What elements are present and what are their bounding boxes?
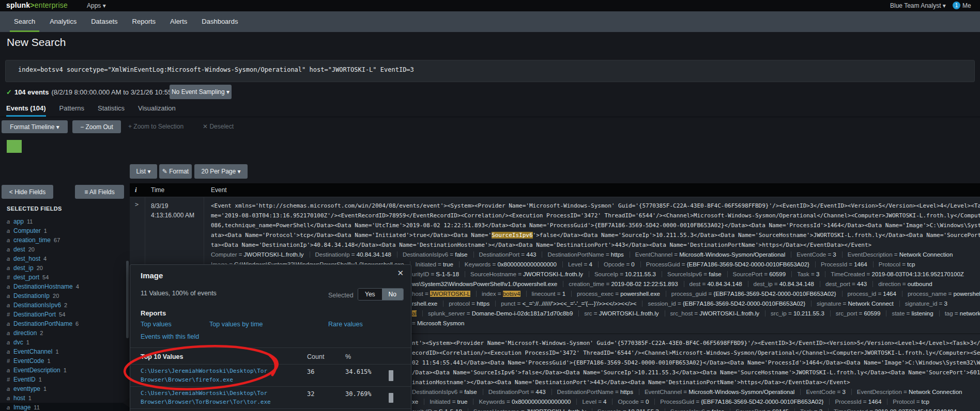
field-count: 20 [37,265,43,271]
field-dest_port[interactable]: #dest_port54 [0,273,130,282]
field-key: ProcessId = [835,399,868,405]
messages-badge[interactable]: 1 [953,2,960,9]
field-value: {EBF7A186-3569-5D42-0000-0010FB653A02} [701,399,823,405]
nav-item-analytics[interactable]: Analytics [42,11,84,32]
field-value: listening [911,310,933,317]
field-name: DestinationPortName [13,320,72,327]
fields-scrollbar[interactable] [126,261,129,338]
list-view-button[interactable]: List ▾ [130,164,157,179]
format-timeline-button[interactable]: Format Timeline ▾ [2,120,68,133]
event-count: 104 events [14,88,49,96]
field-key: creation_time = [569,281,611,287]
apps-menu[interactable]: Apps ▾ [87,2,106,9]
top-value-link[interactable]: C:\Users\JeremiahWortoski\Desktop\TorBro… [141,389,271,406]
messages-menu[interactable]: Me [962,2,980,9]
field-name: host [13,394,25,402]
popup-anchor-arrow [122,398,130,408]
field-pair: process_id = 1464 [842,291,896,297]
all-fields-button[interactable]: ≡ All Fields [75,185,124,199]
tab-statistics[interactable]: Statistics [98,102,125,117]
field-key: DestinationPortName = [547,251,610,258]
top-values-link[interactable]: Top values [141,321,172,328]
field-pair: DestinationPort = 443 [483,389,546,395]
percent-column-header: % [345,353,351,360]
field-pair: DestinationIsIpv6 = false [397,251,468,258]
field-dvc[interactable]: advc1 [0,338,130,347]
field-Computer[interactable]: aComputer1 [0,226,130,235]
field-key: EventDescription = [848,251,899,258]
zoom-out-button[interactable]: − Zoom Out [72,120,121,133]
field-dest[interactable]: adest20 [0,245,130,254]
splunk-logo[interactable]: splunk>enterprise [6,1,68,9]
field-pair: Keywords = 0x8000000000000000 [459,261,557,267]
field-dest_host[interactable]: adest_host4 [0,254,130,263]
field-pair: tag = network [939,310,980,317]
field-EventChannel[interactable]: aEventChannel1 [0,347,130,356]
nav-item-alerts[interactable]: Alerts [163,11,194,32]
field-key: EventCode = [797,251,833,258]
raw-text: <Event xmlns='http://schemas.microsoft.c… [211,202,980,209]
field-key: process_exec = [577,291,620,297]
search-input[interactable]: index=botsv4 sourcetype="XmlWinEventLog:… [5,60,975,82]
field-key: TimeCreated = [834,408,875,411]
field-app[interactable]: aapp11 [0,217,130,226]
field-Image[interactable]: aImage11 [0,403,130,411]
tab-visualization[interactable]: Visualization [138,102,176,117]
field-pair: creation_time = 2019-08-02 12:22:51.893 [563,281,678,287]
field-EventCode[interactable]: #EventCode1 [0,356,130,366]
field-EventDescription[interactable]: aEventDescription1 [0,366,130,375]
user-menu[interactable]: Blue Team Analyst ▾ [890,2,946,9]
field-value: false [712,408,724,411]
nav-item-search[interactable]: Search [7,11,42,32]
field-DestinationIsIpv6[interactable]: aDestinationIsIpv62 [0,301,130,310]
field-direction[interactable]: adirection2 [0,328,130,338]
hide-fields-button[interactable]: < Hide Fields [2,185,53,199]
nav-item-dashboards[interactable]: Dashboards [194,11,245,32]
field-type-icon: a [7,226,13,235]
nav-item-reports[interactable]: Reports [125,11,163,32]
field-DestinationPortName[interactable]: aDestinationPortName6 [0,319,130,328]
field-pair: Protocol = tcp [887,399,929,405]
field-value: https [477,301,489,307]
close-icon[interactable]: ✕ [397,268,404,278]
field-key: urityID = [412,271,436,277]
field-value: 1464 [854,261,867,267]
field-value: 3 [944,301,947,307]
top-10-values-heading: Top 10 Values [141,353,183,360]
field-DestinationPort[interactable]: #DestinationPort54 [0,310,130,319]
event-sampling-button[interactable]: No Event Sampling ▾ [170,85,232,99]
timeline-histogram-bar[interactable] [7,140,22,153]
event-raw-line: 086,technique_name=PowerShell</Data><Dat… [130,220,980,230]
selected-yes-option[interactable]: Yes [358,289,382,300]
field-key: EventChannel = [645,389,688,395]
field-key: ProcessGuid = [660,399,701,405]
rare-values-link[interactable]: Rare values [328,321,363,328]
events-table-header: i Time Event [130,183,980,197]
field-count: 2 [40,330,43,336]
field-type-icon: a [7,338,13,347]
nav-item-datasets[interactable]: Datasets [84,11,125,32]
field-key: SourceHostname = [470,271,523,277]
field-pair: DestinationPortName = https [552,389,633,395]
per-page-button[interactable]: 20 Per Page ▾ [194,164,248,179]
top-values-by-time-link[interactable]: Top values by time [209,321,263,328]
field-value: 3 [833,251,836,258]
top-value-link[interactable]: C:\Users\JeremiahWortoski\Desktop\TorBro… [141,367,267,384]
field-pair: = Microsoft Sysmon [412,320,464,326]
field-value: 40.84.34.148 [779,281,814,287]
field-host[interactable]: ahost1 [0,393,130,403]
field-eventtype[interactable]: aeventtype1 [0,384,130,393]
selected-no-option[interactable]: No [382,289,403,300]
tab-events-104-[interactable]: Events (104) [6,102,46,117]
field-EventID[interactable]: #EventID1 [0,375,130,384]
events-with-field-link[interactable]: Events with this field [141,333,199,340]
event-expand-icon[interactable]: > [135,201,139,208]
format-button[interactable]: ✎ Format [159,164,192,179]
field-pair: src_port = 60599 [830,310,881,317]
field-DestinationHostname[interactable]: aDestinationHostname4 [0,282,130,291]
search-query-text: index=botsv4 sourcetype="XmlWinEventLog:… [18,66,414,73]
field-DestinationIp[interactable]: aDestinationIp20 [0,291,130,301]
field-creation_time[interactable]: acreation_time67 [0,235,130,245]
tab-patterns[interactable]: Patterns [59,102,84,117]
field-dest_ip[interactable]: adest_ip20 [0,263,130,273]
